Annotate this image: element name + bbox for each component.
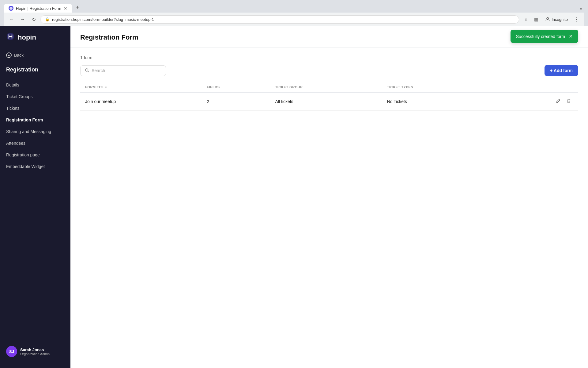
col-actions bbox=[490, 82, 578, 92]
svg-point-1 bbox=[547, 17, 548, 19]
form-count: 1 form bbox=[80, 55, 578, 60]
hopin-logo-icon bbox=[6, 32, 15, 43]
sidebar-item-sharing-messaging[interactable]: Sharing and Messaging bbox=[0, 126, 70, 137]
avatar: SJ bbox=[6, 346, 17, 357]
page-title: Registration Form bbox=[80, 33, 578, 41]
svg-line-3 bbox=[88, 71, 89, 72]
browser-tabs: Hopin | Registration Form ✕ + ≡ bbox=[4, 2, 584, 13]
sidebar-section-title: Registration bbox=[0, 67, 70, 79]
table-area: 1 form + Add form FORM TITLE FIELDS bbox=[70, 48, 588, 118]
toast-message: Successfully created form bbox=[516, 34, 565, 39]
bookmark-button[interactable]: ☆ bbox=[522, 15, 530, 24]
browser-chrome: Hopin | Registration Form ✕ + ≡ ← → ↻ 🔒 … bbox=[0, 0, 588, 26]
col-ticket-group: TICKET GROUP bbox=[270, 82, 382, 92]
forward-nav-button[interactable]: → bbox=[18, 15, 27, 24]
active-tab[interactable]: Hopin | Registration Form ✕ bbox=[4, 4, 72, 13]
svg-point-2 bbox=[85, 68, 88, 71]
sidebar-user-name: Sarah Jonas bbox=[20, 347, 50, 352]
new-tab-button[interactable]: + bbox=[73, 2, 82, 13]
edit-form-button[interactable] bbox=[554, 98, 563, 105]
back-nav-button[interactable]: ← bbox=[7, 15, 16, 24]
main-content: Registration Form Successfully created f… bbox=[70, 26, 588, 368]
table-toolbar: + Add form bbox=[80, 65, 578, 76]
browser-menu-button[interactable]: ⋮ bbox=[572, 15, 581, 24]
col-fields: FIELDS bbox=[202, 82, 270, 92]
sidebar-item-registration-page[interactable]: Registration page bbox=[0, 149, 70, 161]
add-form-button[interactable]: + Add form bbox=[545, 65, 578, 76]
tab-favicon bbox=[9, 6, 13, 11]
browser-action-buttons: ☆ ▦ Incognito ⋮ bbox=[522, 15, 581, 24]
table-header: FORM TITLE FIELDS TICKET GROUP TICKET TY… bbox=[80, 82, 578, 92]
cell-ticket-types: No Tickets bbox=[382, 92, 490, 111]
sidebar-logo-text: hopin bbox=[18, 33, 36, 41]
sidebar: hopin ● Back Registration Details Ticket… bbox=[0, 26, 70, 368]
sidebar-user-info: Sarah Jonas Organization Admin bbox=[20, 347, 50, 356]
sidebar-item-tickets[interactable]: Tickets bbox=[0, 102, 70, 114]
app-container: hopin ● Back Registration Details Ticket… bbox=[0, 26, 588, 368]
lock-icon: 🔒 bbox=[45, 17, 50, 21]
browser-controls: ← → ↻ 🔒 registration.hopin.com/form-buil… bbox=[4, 13, 584, 26]
incognito-button[interactable]: Incognito bbox=[542, 15, 570, 23]
sidebar-item-ticket-groups[interactable]: Ticket Groups bbox=[0, 91, 70, 102]
add-form-label: + Add form bbox=[550, 68, 573, 73]
cell-fields: 2 bbox=[202, 92, 270, 111]
address-bar[interactable]: 🔒 registration.hopin.com/form-builder?sl… bbox=[40, 15, 519, 24]
main-header: Registration Form Successfully created f… bbox=[70, 26, 588, 48]
cell-ticket-group: All tickets bbox=[270, 92, 382, 111]
sidebar-item-attendees[interactable]: Attendees bbox=[0, 137, 70, 149]
col-form-title: FORM TITLE bbox=[80, 82, 202, 92]
split-view-button[interactable]: ▦ bbox=[532, 15, 541, 24]
tab-title: Hopin | Registration Form bbox=[16, 6, 61, 11]
sidebar-user-section: SJ Sarah Jonas Organization Admin bbox=[0, 341, 70, 362]
back-circle-icon: ● bbox=[6, 52, 12, 58]
cell-form-title: Join our meetup bbox=[80, 92, 202, 111]
cell-actions bbox=[490, 92, 578, 111]
toast-notification: Successfully created form ✕ bbox=[511, 30, 578, 43]
url-text: registration.hopin.com/form-builder?slug… bbox=[52, 17, 154, 22]
tab-menu-icon[interactable]: ≡ bbox=[577, 6, 584, 13]
sidebar-item-registration-form[interactable]: Registration Form bbox=[0, 114, 70, 126]
sidebar-item-embeddable-widget[interactable]: Embeddable Widget bbox=[0, 161, 70, 172]
incognito-label: Incognito bbox=[552, 17, 568, 22]
svg-point-0 bbox=[9, 7, 13, 10]
search-icon bbox=[85, 68, 89, 73]
sidebar-back-button[interactable]: ● Back bbox=[0, 50, 70, 60]
sidebar-nav: Details Ticket Groups Tickets Registrati… bbox=[0, 79, 70, 172]
search-box[interactable] bbox=[80, 65, 166, 76]
forms-table: FORM TITLE FIELDS TICKET GROUP TICKET TY… bbox=[80, 82, 578, 111]
row-actions bbox=[495, 98, 573, 105]
sidebar-logo: hopin bbox=[0, 32, 70, 50]
sidebar-user-role: Organization Admin bbox=[20, 352, 50, 356]
reload-nav-button[interactable]: ↻ bbox=[29, 15, 38, 24]
delete-form-button[interactable] bbox=[564, 98, 573, 105]
tab-close-button[interactable]: ✕ bbox=[64, 6, 67, 11]
back-label: Back bbox=[14, 53, 24, 58]
table-row: Join our meetup 2 All tickets No Tickets bbox=[80, 92, 578, 111]
search-input[interactable] bbox=[92, 68, 161, 73]
sidebar-item-details[interactable]: Details bbox=[0, 79, 70, 91]
toast-close-button[interactable]: ✕ bbox=[569, 33, 573, 39]
table-body: Join our meetup 2 All tickets No Tickets bbox=[80, 92, 578, 111]
col-ticket-types: TICKET TYPES bbox=[382, 82, 490, 92]
